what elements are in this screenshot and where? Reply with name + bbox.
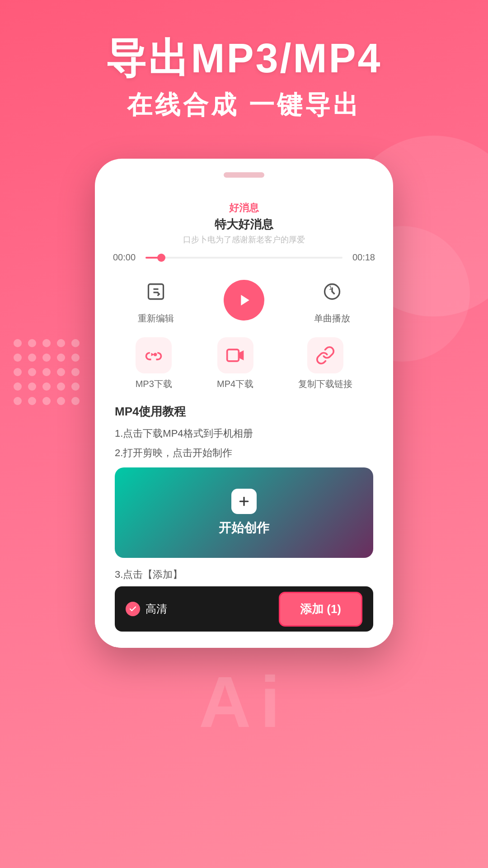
loop-button[interactable]: 1 单曲播放: [314, 275, 350, 325]
mp3-icon: [136, 337, 172, 373]
hd-check-icon: [126, 602, 140, 616]
time-end: 00:18: [348, 252, 375, 263]
creation-plus-icon: [231, 489, 257, 514]
progress-fill: [145, 257, 161, 259]
tutorial-title: MP4使用教程: [115, 404, 373, 420]
svg-text:1: 1: [329, 284, 332, 291]
edit-icon: [140, 275, 172, 308]
header-section: 导出MP3/MP4 在线合成 一键导出: [0, 0, 488, 141]
phone-frame: 好消息 特大好消息 口步卜电为了感谢新老客户的厚爱 00:00 00:18: [95, 159, 393, 648]
download-row: MP3下载 MP4下载: [113, 337, 375, 390]
add-bar: 高清 添加 (1): [115, 586, 373, 632]
audio-title-section: 好消息 特大好消息 口步卜电为了感谢新老客户的厚爱: [113, 201, 375, 245]
progress-bar[interactable]: [145, 257, 343, 259]
hd-text: 高清: [145, 602, 167, 616]
add-bar-left: 高清: [126, 602, 167, 616]
tutorial-section: MP4使用教程 1.点击下载MP4格式到手机相册 2.打开剪映，点击开始制作 开…: [113, 404, 375, 632]
mp3-label: MP3下载: [136, 378, 172, 390]
mp4-download-button[interactable]: MP4下载: [217, 337, 253, 390]
creation-text: 开始创作: [219, 519, 269, 537]
audio-subtitle: 口步卜电为了感谢新老客户的厚爱: [113, 234, 375, 245]
audio-title-main: 特大好消息: [113, 217, 375, 232]
screen-content: 好消息 特大好消息 口步卜电为了感谢新老客户的厚爱 00:00 00:18: [95, 189, 393, 648]
phone-speaker: [224, 172, 264, 178]
sub-title: 在线合成 一键导出: [27, 88, 461, 123]
audio-label: 好消息: [113, 201, 375, 215]
loop-label: 单曲播放: [314, 312, 350, 325]
tutorial-step1: 1.点击下载MP4格式到手机相册: [115, 426, 373, 441]
svg-marker-3: [241, 295, 249, 305]
play-icon: [224, 280, 264, 321]
bottom-ai-section: Ai: [0, 648, 488, 765]
controls-row: 重新编辑 1: [113, 275, 375, 325]
ai-text: Ai: [27, 666, 461, 738]
tutorial-step2: 2.打开剪映，点击开始制作: [115, 445, 373, 460]
time-start: 00:00: [113, 252, 140, 263]
copy-link-button[interactable]: 复制下载链接: [298, 337, 352, 390]
add-button[interactable]: 添加 (1): [279, 592, 362, 627]
svg-rect-0: [149, 284, 164, 299]
phone-wrapper: 好消息 特大好消息 口步卜电为了感谢新老客户的厚爱 00:00 00:18: [0, 159, 488, 648]
copy-label: 复制下载链接: [298, 378, 352, 390]
mp4-icon: [217, 337, 253, 373]
svg-rect-7: [227, 349, 239, 361]
loop-icon: 1: [316, 275, 348, 308]
tutorial-step3: 3.点击【添加】: [115, 567, 373, 582]
main-title: 导出MP3/MP4: [27, 36, 461, 81]
progress-dot: [157, 254, 165, 262]
progress-section[interactable]: 00:00 00:18: [113, 252, 375, 263]
mp4-label: MP4下载: [217, 378, 253, 390]
edit-button[interactable]: 重新编辑: [138, 275, 174, 325]
mp3-download-button[interactable]: MP3下载: [136, 337, 172, 390]
creation-card[interactable]: 开始创作: [115, 467, 373, 558]
edit-label: 重新编辑: [138, 312, 174, 325]
copy-icon: [307, 337, 343, 373]
play-button[interactable]: [224, 280, 264, 321]
